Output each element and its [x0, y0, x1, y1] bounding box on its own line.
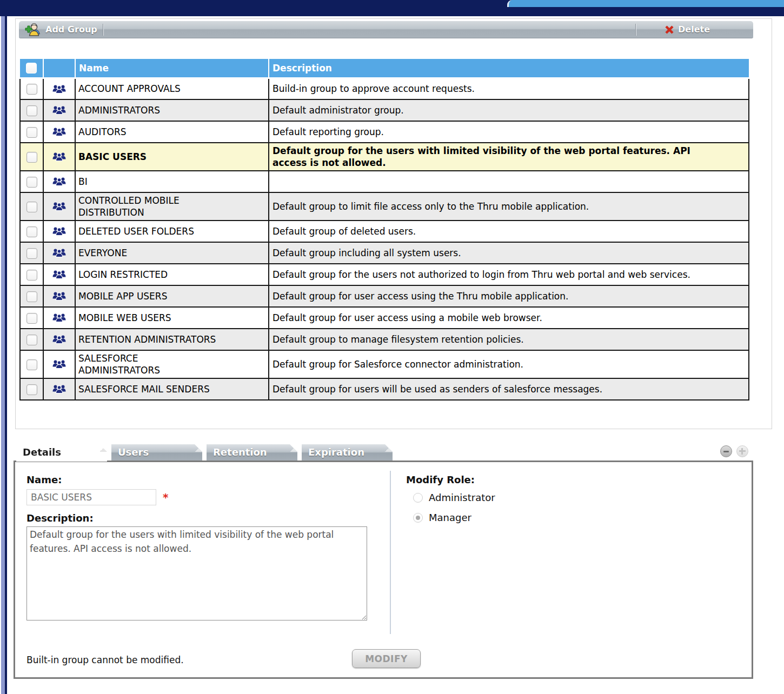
description-column-header: Description — [269, 59, 749, 78]
radio-button-icon[interactable] — [413, 513, 423, 523]
add-group-button[interactable]: Add Group — [19, 22, 97, 37]
group-name: DELETED USER FOLDERS — [75, 221, 269, 242]
tab-label: Expiration — [308, 446, 364, 458]
group-row[interactable]: AUDITORS Default reporting group. — [20, 121, 749, 143]
group-row[interactable]: MOBILE APP USERS Default group for user … — [20, 285, 749, 307]
group-description: Default group including all system users… — [269, 242, 749, 264]
form-divider — [390, 471, 391, 634]
group-people-icon — [52, 226, 67, 237]
group-description — [269, 171, 749, 192]
row-checkbox[interactable] — [26, 152, 37, 163]
group-name: SALESFORCE ADMINISTRATORS — [75, 350, 269, 378]
expand-plus-icon[interactable] — [736, 445, 748, 457]
tab-retention[interactable]: Retention — [207, 444, 297, 461]
group-row[interactable]: BASIC USERS Default group for the users … — [20, 143, 749, 171]
group-description: Default group for user access using a mo… — [269, 307, 749, 329]
required-asterisk: * — [163, 491, 168, 504]
group-people-icon — [52, 105, 67, 116]
group-people-icon — [52, 126, 67, 137]
group-name: AUDITORS — [75, 121, 269, 143]
name-column-header: Name — [75, 59, 269, 78]
tab-details[interactable]: Details — [16, 444, 107, 462]
group-description: Default group for users will be used as … — [269, 378, 749, 400]
row-checkbox[interactable] — [26, 127, 37, 138]
modify-button[interactable]: MODIFY — [352, 649, 421, 668]
role-option[interactable]: Manager — [413, 512, 471, 523]
group-description-textarea[interactable]: Default group for the users with limited… — [26, 526, 367, 620]
delete-button[interactable]: Delete — [665, 24, 710, 35]
row-checkbox[interactable] — [26, 226, 37, 237]
row-checkbox[interactable] — [26, 291, 37, 302]
group-row[interactable]: EVERYONE Default group including all sys… — [20, 242, 749, 264]
role-option-label: Manager — [429, 512, 471, 523]
group-row[interactable]: ADMINISTRATORS Default administrator gro… — [20, 99, 749, 121]
row-checkbox[interactable] — [26, 84, 37, 95]
toolbar-separator — [635, 24, 636, 36]
tab-fold-corner — [385, 444, 393, 452]
groups-toolbar: Add Group Delete — [19, 21, 753, 38]
group-people-icon — [52, 384, 67, 395]
group-name: CONTROLLED MOBILE DISTRIBUTION — [75, 192, 269, 221]
select-all-checkbox[interactable] — [26, 63, 37, 74]
top-accent-tab — [507, 0, 784, 7]
group-description: Default group for Salesforce connector a… — [269, 350, 749, 378]
row-checkbox[interactable] — [26, 384, 37, 395]
icon-column-header — [43, 59, 75, 78]
row-checkbox[interactable] — [26, 359, 37, 370]
add-group-icon — [24, 22, 42, 37]
groups-table: Name Description — [19, 59, 749, 401]
delete-x-icon — [665, 25, 674, 35]
group-people-icon — [52, 291, 67, 302]
group-row[interactable]: RETENTION ADMINISTRATORS Default group t… — [20, 329, 749, 350]
groups-table-body: ACCOUNT APPROVALS Build-in group to appr… — [20, 78, 749, 400]
role-option-label: Administrator — [429, 492, 495, 503]
group-name: LOGIN RESTRICTED — [75, 264, 269, 285]
group-name: SALESFORCE MAIL SENDERS — [75, 378, 269, 400]
tab-fold-corner — [195, 444, 202, 452]
tab-label: Users — [118, 446, 149, 458]
tab-label: Retention — [213, 446, 267, 458]
row-checkbox[interactable] — [26, 248, 37, 259]
group-name: ACCOUNT APPROVALS — [75, 78, 269, 99]
group-name: RETENTION ADMINISTRATORS — [75, 329, 269, 350]
group-people-icon — [52, 151, 67, 162]
group-description: Default administrator group. — [269, 99, 749, 121]
name-field-label: Name: — [26, 474, 62, 485]
row-checkbox[interactable] — [26, 270, 37, 281]
group-row[interactable]: DELETED USER FOLDERS Default group of de… — [20, 221, 749, 242]
group-row[interactable]: MOBILE WEB USERS Default group for user … — [20, 307, 749, 329]
group-name-input[interactable] — [26, 489, 156, 505]
row-checkbox[interactable] — [26, 177, 37, 188]
tab-expiration[interactable]: Expiration — [302, 444, 393, 461]
group-row[interactable]: BI — [20, 171, 749, 192]
row-checkbox[interactable] — [26, 202, 37, 212]
row-checkbox[interactable] — [26, 105, 37, 116]
group-name: EVERYONE — [75, 242, 269, 264]
group-name: MOBILE WEB USERS — [75, 307, 269, 329]
modify-role-label: Modify Role: — [406, 474, 475, 485]
group-row[interactable]: SALESFORCE ADMINISTRATORS Default group … — [20, 350, 749, 378]
collapse-minus-icon[interactable] — [720, 445, 732, 457]
group-people-icon — [52, 269, 67, 280]
group-description: Default group for user access using the … — [269, 285, 749, 307]
group-row[interactable]: CONTROLLED MOBILE DISTRIBUTION Default g… — [20, 192, 749, 221]
left-frame-stripe — [1, 16, 5, 694]
group-row[interactable]: SALESFORCE MAIL SENDERS Default group fo… — [20, 378, 749, 400]
details-tab-bar: Details Users Retention Expiration — [16, 444, 393, 462]
group-description: Default group to limit file access only … — [269, 192, 749, 221]
tab-fold-corner — [99, 444, 107, 452]
toolbar-separator — [103, 24, 104, 36]
description-field-label: Description: — [26, 512, 94, 524]
radio-button-icon[interactable] — [413, 493, 423, 503]
group-row[interactable]: ACCOUNT APPROVALS Build-in group to appr… — [20, 78, 749, 99]
row-checkbox[interactable] — [26, 335, 37, 345]
details-panel: Name: * Description: Default group for t… — [14, 461, 753, 679]
group-name: MOBILE APP USERS — [75, 285, 269, 307]
row-checkbox[interactable] — [26, 313, 37, 324]
tab-users[interactable]: Users — [111, 444, 202, 461]
group-name: ADMINISTRATORS — [75, 99, 269, 121]
group-row[interactable]: LOGIN RESTRICTED Default group for the u… — [20, 264, 749, 285]
group-description: Default group for the users not authoriz… — [269, 264, 749, 285]
role-option[interactable]: Administrator — [413, 492, 495, 503]
tab-fold-corner — [290, 444, 297, 452]
